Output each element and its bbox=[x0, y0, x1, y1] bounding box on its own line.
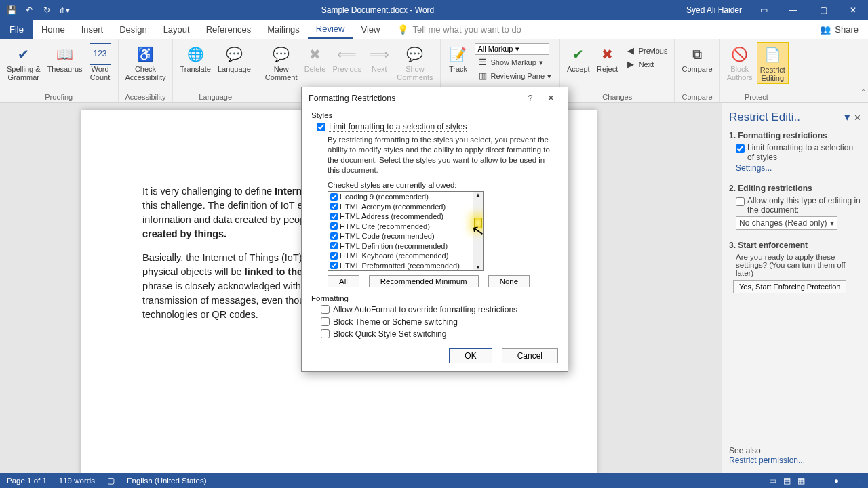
compare-button[interactable]: ⧉Compare bbox=[679, 42, 715, 75]
list-item[interactable]: Heading 9 (recommended) bbox=[328, 192, 473, 202]
reviewing-pane-icon: ▥ bbox=[477, 70, 488, 81]
page-status[interactable]: Page 1 of 1 bbox=[7, 476, 47, 485]
tell-me-search[interactable]: 💡Tell me what you want to do bbox=[388, 20, 810, 39]
customize-qat-icon[interactable]: ⋔▾ bbox=[58, 4, 71, 16]
group-accessibility-label: Accessibility bbox=[123, 92, 169, 101]
list-item[interactable]: HTML Preformatted (recommended) bbox=[328, 260, 473, 270]
thesaurus-icon: 📖 bbox=[54, 43, 76, 65]
next-icon: ⟹ bbox=[368, 43, 390, 65]
undo-icon[interactable]: ↶ bbox=[23, 4, 35, 16]
thesaurus-button[interactable]: 📖Thesaurus bbox=[45, 42, 85, 83]
block-quickstyle-checkbox[interactable]: Block Quick Style Set switching bbox=[321, 329, 558, 339]
redo-icon[interactable]: ↻ bbox=[41, 4, 53, 16]
cancel-button[interactable]: Cancel bbox=[502, 348, 558, 363]
prev-change-button[interactable]: ◀Previous bbox=[623, 45, 671, 57]
tab-review[interactable]: Review bbox=[308, 20, 353, 39]
close-window-icon[interactable]: ✕ bbox=[838, 5, 868, 15]
accessibility-icon: ♿ bbox=[134, 43, 156, 65]
scrollbar-thumb[interactable] bbox=[474, 218, 482, 228]
start-enforcing-button[interactable]: Yes, Start Enforcing Protection bbox=[733, 280, 846, 293]
web-layout-icon[interactable]: ▦ bbox=[797, 476, 805, 485]
block-theme-checkbox[interactable]: Block Theme or Scheme switching bbox=[321, 317, 558, 327]
word-count-status[interactable]: 119 words bbox=[59, 476, 95, 485]
language-status[interactable]: English (United States) bbox=[127, 476, 207, 485]
accept-icon: ✔ bbox=[568, 43, 589, 65]
next-comment-button[interactable]: ⟹Next bbox=[366, 42, 393, 83]
all-button[interactable]: All bbox=[328, 275, 359, 287]
share-button[interactable]: 👥Share bbox=[810, 20, 868, 39]
formatting-group-label: Formatting bbox=[311, 294, 558, 302]
see-also-header: See also bbox=[729, 446, 861, 455]
zoom-out-icon[interactable]: − bbox=[812, 476, 816, 485]
read-mode-icon[interactable]: ▭ bbox=[769, 476, 776, 485]
ok-button[interactable]: OK bbox=[449, 348, 492, 363]
tab-home[interactable]: Home bbox=[33, 20, 73, 39]
prev-comment-button[interactable]: ⟸Previous bbox=[330, 42, 365, 83]
accept-button[interactable]: ✔Accept bbox=[564, 42, 593, 75]
ribbon-options-icon[interactable]: ▭ bbox=[749, 5, 778, 15]
allow-only-checkbox[interactable]: Allow only this type of editing in the d… bbox=[736, 196, 861, 215]
language-button[interactable]: 💬Language bbox=[215, 42, 254, 75]
restrict-editing-button[interactable]: 📄Restrict Editing bbox=[757, 42, 789, 84]
scroll-down-icon[interactable]: ▼ bbox=[475, 264, 481, 270]
styles-listbox[interactable]: Heading 9 (recommended) HTML Acronym (re… bbox=[328, 191, 484, 271]
word-count-button[interactable]: 123Word Count bbox=[87, 42, 114, 83]
scroll-up-icon[interactable]: ▲ bbox=[475, 192, 481, 198]
show-comments-button[interactable]: 💬Show Comments bbox=[394, 42, 435, 83]
print-layout-icon[interactable]: ▤ bbox=[783, 476, 791, 485]
maximize-icon[interactable]: ▢ bbox=[808, 5, 838, 15]
tab-layout[interactable]: Layout bbox=[155, 20, 198, 39]
new-comment-button[interactable]: 💬New Comment bbox=[262, 42, 300, 83]
restrict-permission-link[interactable]: Restrict permission... bbox=[729, 455, 805, 465]
list-item[interactable]: HTML Keyboard (recommended) bbox=[328, 251, 473, 261]
zoom-in-icon[interactable]: + bbox=[856, 476, 861, 485]
enforcement-text: Are you ready to apply these settings? (… bbox=[736, 253, 861, 277]
settings-link[interactable]: Settings... bbox=[736, 163, 772, 173]
minimize-icon[interactable]: — bbox=[778, 5, 808, 15]
prev-change-icon: ◀ bbox=[625, 45, 636, 56]
listbox-scrollbar[interactable]: ▲ ▼ bbox=[473, 192, 483, 270]
zoom-slider[interactable]: ──●── bbox=[823, 476, 850, 485]
tab-mailings[interactable]: Mailings bbox=[259, 20, 308, 39]
reject-button[interactable]: ✖Reject bbox=[594, 42, 621, 75]
list-item[interactable]: HTML Acronym (recommended) bbox=[328, 201, 473, 211]
tab-insert[interactable]: Insert bbox=[73, 20, 112, 39]
track-changes-button[interactable]: 📝Track bbox=[445, 42, 472, 83]
close-pane-icon[interactable]: ✕ bbox=[854, 113, 861, 123]
collapse-ribbon-icon[interactable]: ˄ bbox=[861, 88, 865, 98]
close-dialog-icon[interactable]: ✕ bbox=[540, 93, 561, 103]
next-change-button[interactable]: ▶Next bbox=[623, 58, 671, 70]
show-markup-button[interactable]: ☰Show Markup ▾ bbox=[475, 56, 555, 68]
reviewing-pane-button[interactable]: ▥Reviewing Pane ▾ bbox=[475, 70, 555, 82]
translate-button[interactable]: 🌐Translate bbox=[177, 42, 213, 75]
ribbon-tabs: File Home Insert Design Layout Reference… bbox=[0, 20, 868, 39]
limit-formatting-dialog-checkbox[interactable]: Limit formatting to a selection of style… bbox=[317, 122, 558, 132]
recommended-minimum-button[interactable]: Recommended Minimum bbox=[369, 275, 479, 287]
save-icon[interactable]: 💾 bbox=[5, 4, 18, 16]
allow-autoformat-checkbox[interactable]: Allow AutoFormat to override formatting … bbox=[321, 305, 558, 314]
tab-design[interactable]: Design bbox=[111, 20, 155, 39]
delete-comment-button[interactable]: ✖Delete bbox=[302, 42, 329, 83]
formatting-restrictions-dialog: Formatting Restrictions ?✕ Styles Limit … bbox=[301, 87, 568, 372]
editing-type-select[interactable]: No changes (Read only)▾ bbox=[736, 216, 837, 230]
list-item[interactable]: HTML Definition (recommended) bbox=[328, 241, 473, 251]
tab-view[interactable]: View bbox=[353, 20, 388, 39]
spelling-grammar-button[interactable]: ✔Spelling & Grammar bbox=[4, 42, 43, 83]
list-item[interactable]: HTML Address (recommended) bbox=[328, 211, 473, 222]
list-item[interactable]: HTML Code (recommended) bbox=[328, 231, 473, 241]
limit-formatting-checkbox[interactable]: Limit formatting to a selection of style… bbox=[736, 143, 861, 162]
tab-references[interactable]: References bbox=[198, 20, 259, 39]
user-name[interactable]: Syed Ali Haider bbox=[679, 5, 749, 15]
block-authors-icon: 🚫 bbox=[729, 43, 751, 65]
group-compare-label: Compare bbox=[679, 92, 715, 101]
delete-comment-icon: ✖ bbox=[304, 43, 326, 65]
list-item[interactable]: HTML Sample (recommended) bbox=[328, 270, 473, 271]
block-authors-button[interactable]: 🚫Block Authors bbox=[724, 42, 755, 84]
file-tab[interactable]: File bbox=[0, 20, 33, 39]
proofing-status-icon[interactable]: ▢ bbox=[107, 476, 115, 485]
check-accessibility-button[interactable]: ♿Check Accessibility bbox=[123, 42, 169, 83]
none-button[interactable]: None bbox=[488, 275, 530, 287]
help-icon[interactable]: ? bbox=[520, 94, 540, 103]
list-item[interactable]: HTML Cite (recommended) bbox=[328, 221, 473, 231]
display-for-review-select[interactable]: All Markup ▾ bbox=[475, 43, 549, 55]
